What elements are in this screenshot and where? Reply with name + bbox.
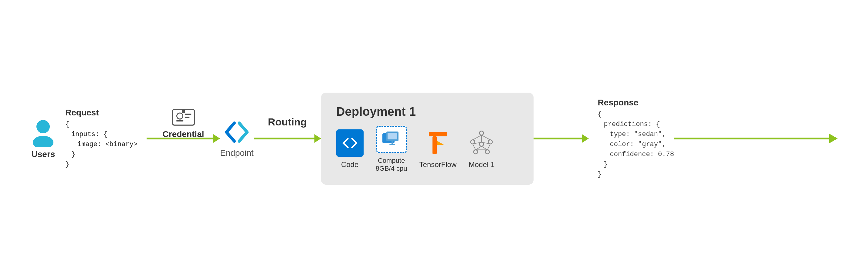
arrow-1-head [213, 134, 220, 143]
svg-rect-7 [182, 110, 185, 113]
arrow-1-shaft [147, 138, 213, 139]
svg-rect-5 [185, 114, 191, 115]
arrow-final-head [829, 134, 838, 143]
routing-label: Routing [268, 116, 307, 128]
svg-point-1 [33, 136, 54, 147]
arrow-3-shaft [533, 138, 582, 139]
svg-line-29 [482, 146, 488, 150]
arrow-credential-group: Credential [147, 134, 220, 143]
svg-marker-15 [437, 141, 444, 145]
deploy-item-tensorflow: TensorFlow [420, 129, 457, 169]
tensorflow-label: TensorFlow [420, 160, 457, 169]
tensorflow-svg [426, 130, 450, 157]
code-line-1: inputs: { [71, 129, 137, 139]
arrow-final-shaft [674, 138, 829, 139]
resp-line-3: color: "gray", [610, 139, 674, 149]
model-icon [469, 129, 494, 157]
svg-rect-4 [176, 120, 183, 121]
credential-section: Credential [163, 107, 204, 139]
code-label: Code [341, 160, 359, 169]
svg-rect-10 [388, 133, 397, 139]
compute-icon [376, 126, 407, 153]
user-icon [30, 118, 56, 147]
svg-point-16 [479, 131, 484, 135]
resp-line-4: confidence: 0.78 [610, 149, 674, 160]
arrow-3-head [582, 134, 589, 143]
users-label: Users [32, 149, 55, 159]
tensorflow-icon [425, 129, 451, 157]
response-code: { predictions: { type: "sedan", color: "… [598, 109, 674, 179]
response-label: Response [598, 98, 674, 108]
endpoint-label: Endpoint [220, 148, 254, 158]
deploy-item-compute: Compute8GB/4 cpu [376, 126, 407, 172]
request-label: Request [65, 108, 137, 117]
resp-line-6: } [598, 169, 674, 179]
resp-line-1: predictions: { [604, 119, 674, 129]
routing-label-above: Routing [268, 116, 307, 128]
svg-line-22 [473, 135, 482, 139]
request-section: Request { inputs: { image: <binary> } } [65, 108, 137, 169]
diagram-container: Users Request { inputs: { image: <binary… [0, 0, 868, 277]
deploy-item-model: Model 1 [469, 129, 494, 169]
arrow-3-group [533, 134, 589, 143]
users-section: Users [30, 118, 56, 159]
model-svg [469, 130, 494, 157]
credential-icon [171, 107, 195, 128]
request-code: { inputs: { image: <binary> } } [65, 119, 137, 169]
resp-line-5: } [604, 160, 674, 169]
svg-line-24 [473, 144, 476, 149]
svg-point-20 [486, 150, 490, 154]
resp-line-0: { [598, 109, 674, 119]
deployment-icons: Code Compute8GB/4 cpu [336, 126, 518, 172]
deployment-title: Deployment 1 [336, 105, 518, 118]
svg-rect-6 [185, 117, 189, 118]
code-line-2: image: <binary> [78, 139, 137, 149]
svg-line-23 [482, 135, 491, 139]
model-label: Model 1 [469, 160, 494, 169]
code-line-0: { [65, 119, 137, 129]
svg-point-19 [474, 150, 478, 154]
svg-rect-13 [429, 132, 447, 136]
arrow-final-group [674, 134, 838, 143]
compute-label: Compute8GB/4 cpu [376, 157, 407, 172]
code-icon [336, 129, 364, 157]
svg-line-28 [476, 146, 482, 150]
code-line-3: } [71, 149, 137, 160]
arrow-2-shaft [254, 138, 314, 139]
svg-rect-14 [432, 136, 437, 154]
resp-line-2: type: "sedan", [610, 129, 674, 139]
arrow-routing-group: Routing [254, 134, 321, 143]
svg-point-3 [177, 113, 183, 119]
svg-point-0 [36, 120, 50, 133]
code-line-4: } [65, 160, 137, 169]
svg-rect-12 [390, 144, 395, 145]
svg-point-21 [479, 142, 484, 146]
svg-rect-11 [392, 141, 393, 144]
arrow-2-head [314, 134, 321, 143]
endpoint-section: Endpoint [220, 119, 254, 158]
svg-point-18 [488, 140, 493, 144]
endpoint-icon [222, 119, 252, 145]
compute-svg [381, 129, 402, 150]
deploy-item-code: Code [336, 129, 364, 169]
code-svg [341, 135, 359, 151]
svg-line-25 [488, 144, 491, 149]
svg-rect-2 [173, 109, 194, 125]
deployment-box: Deployment 1 Code [321, 93, 533, 185]
response-section: Response { predictions: { type: "sedan",… [598, 98, 674, 179]
svg-point-17 [471, 140, 475, 144]
